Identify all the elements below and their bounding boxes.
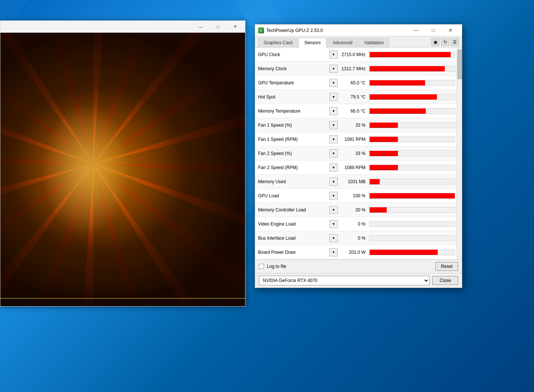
sensor-dropdown-button[interactable]: ▼ bbox=[329, 79, 338, 87]
sensors-content: GPU Clock▼2715.0 MHzMemory Clock▼1312.7 … bbox=[255, 48, 462, 259]
tab-action-buttons: ▣ ↻ ☰ bbox=[431, 38, 459, 47]
sensor-bar-container bbox=[369, 80, 455, 86]
sensor-dropdown-button[interactable]: ▼ bbox=[329, 107, 338, 115]
sensor-dropdown-button[interactable]: ▼ bbox=[329, 163, 338, 172]
sensor-value-text: 66.0 °C bbox=[338, 108, 369, 114]
gpuz-tab-bar: Graphics Card Sensors Advanced Validatio… bbox=[255, 36, 462, 48]
sensor-bar-peak-line bbox=[370, 254, 434, 255]
sensor-value-text: 1089 RPM bbox=[338, 165, 369, 170]
waveform-line bbox=[0, 298, 245, 299]
sensor-dropdown-button[interactable]: ▼ bbox=[329, 234, 338, 242]
main-close-button[interactable]: Close bbox=[432, 276, 458, 285]
sensor-row: Hot Spot▼79.5 °C bbox=[255, 90, 457, 104]
sensors-list: GPU Clock▼2715.0 MHzMemory Clock▼1312.7 … bbox=[255, 48, 457, 259]
sensor-row: Memory Controller Load▼20 % bbox=[255, 203, 457, 217]
sensor-bar-peak-line bbox=[370, 212, 383, 213]
sensor-dropdown-button[interactable]: ▼ bbox=[329, 178, 338, 186]
sensor-row: Fan 2 Speed (%)▼33 % bbox=[255, 146, 457, 161]
fractal-image-content bbox=[0, 33, 245, 306]
tab-advanced[interactable]: Advanced bbox=[327, 38, 358, 47]
sensor-dropdown-button[interactable]: ▼ bbox=[329, 206, 338, 214]
scrollbar-thumb[interactable] bbox=[457, 49, 462, 79]
sensor-dropdown-button[interactable]: ▼ bbox=[329, 135, 338, 143]
gpuz-window: G TechPowerUp GPU-Z 2.53.0 — □ ✕ Graphic… bbox=[255, 24, 462, 288]
sensor-value-text: 65.0 °C bbox=[338, 80, 369, 85]
gpuz-app-icon: G bbox=[258, 27, 264, 33]
sensor-bar-peak-line bbox=[370, 99, 432, 100]
sensor-name-label: Bus Interface Load bbox=[255, 236, 329, 241]
sensor-row: Video Engine Load▼0 % bbox=[255, 217, 457, 231]
sensor-name-label: Fan 2 Speed (RPM) bbox=[255, 165, 329, 170]
sensor-bar-peak-line bbox=[370, 127, 393, 128]
sensor-bar-container bbox=[369, 66, 455, 72]
left-window: — □ ✕ bbox=[0, 20, 245, 307]
gpuz-maximize-button[interactable]: □ bbox=[425, 25, 442, 36]
sensor-bar-peak-line bbox=[370, 184, 378, 184]
gpuz-close-button[interactable]: ✕ bbox=[442, 25, 459, 36]
close-button[interactable]: ✕ bbox=[226, 21, 244, 33]
sensor-value-text: 33 % bbox=[338, 123, 369, 128]
refresh-button[interactable]: ↻ bbox=[441, 38, 449, 46]
sensor-bar-container bbox=[369, 179, 455, 185]
tab-sensors[interactable]: Sensors bbox=[299, 38, 326, 48]
tab-validation[interactable]: Validation bbox=[359, 38, 389, 47]
scrollbar-track[interactable] bbox=[457, 48, 462, 259]
sensor-bar-container bbox=[369, 108, 455, 114]
sensor-name-label: Memory Clock bbox=[255, 66, 329, 71]
sensor-value-text: 100 % bbox=[338, 193, 369, 198]
gpu-selector-row: NVIDIA GeForce RTX 4070 Close bbox=[255, 273, 462, 288]
sensor-row: Fan 1 Speed (%)▼33 % bbox=[255, 118, 457, 132]
sensor-value-text: 20 % bbox=[338, 207, 369, 213]
sensor-bar-container bbox=[369, 207, 455, 213]
sensor-row: Bus Interface Load▼0 % bbox=[255, 231, 457, 245]
minimize-button[interactable]: — bbox=[192, 21, 209, 33]
screenshot-button[interactable]: ▣ bbox=[431, 38, 440, 46]
sensor-row: Memory Used▼1031 MB bbox=[255, 175, 457, 189]
gpuz-titlebar: G TechPowerUp GPU-Z 2.53.0 — □ ✕ bbox=[255, 25, 462, 36]
log-to-file-checkbox[interactable] bbox=[259, 264, 264, 269]
sensor-bar-peak-line bbox=[370, 141, 393, 142]
sensor-bar-container bbox=[369, 122, 455, 128]
window-controls: — □ ✕ bbox=[408, 25, 459, 36]
sensor-dropdown-button[interactable]: ▼ bbox=[329, 93, 338, 101]
sensor-name-label: Board Power Draw bbox=[255, 250, 329, 255]
sensor-name-label: GPU Clock bbox=[255, 52, 329, 57]
gpuz-bottom-bar: Log to file Reset bbox=[255, 259, 462, 273]
sensor-bar-peak-line bbox=[370, 169, 393, 170]
menu-button[interactable]: ☰ bbox=[451, 38, 459, 46]
sensor-value-text: 1031 MB bbox=[338, 179, 369, 184]
left-window-titlebar: — □ ✕ bbox=[0, 21, 245, 33]
sensor-row: GPU Temperature▼65.0 °C bbox=[255, 76, 457, 90]
sensor-bar-peak-line bbox=[370, 71, 440, 71]
tab-graphics-card[interactable]: Graphics Card bbox=[258, 38, 298, 47]
gpuz-minimize-button[interactable]: — bbox=[408, 25, 425, 36]
sensor-bar-peak-line bbox=[370, 85, 421, 85]
sensor-dropdown-button[interactable]: ▼ bbox=[329, 149, 338, 158]
sensor-bar-container bbox=[369, 165, 455, 171]
sensor-name-label: GPU Temperature bbox=[255, 80, 329, 85]
sensor-row: Memory Clock▼1312.7 MHz bbox=[255, 62, 457, 76]
sensor-dropdown-button[interactable]: ▼ bbox=[329, 248, 338, 256]
sensor-bar-container bbox=[369, 249, 455, 255]
sensor-dropdown-button[interactable]: ▼ bbox=[329, 65, 338, 73]
sensor-bar-container bbox=[369, 94, 455, 100]
gpu-select-dropdown[interactable]: NVIDIA GeForce RTX 4070 bbox=[259, 276, 430, 285]
sensor-row: Fan 1 Speed (RPM)▼1091 RPM bbox=[255, 132, 457, 146]
sensor-dropdown-button[interactable]: ▼ bbox=[329, 192, 338, 200]
maximize-button[interactable]: □ bbox=[209, 21, 226, 33]
sensor-name-label: Memory Controller Load bbox=[255, 207, 329, 213]
sensor-bar-peak-line bbox=[370, 198, 451, 198]
sensor-dropdown-button[interactable]: ▼ bbox=[329, 220, 338, 228]
sensor-name-label: Hot Spot bbox=[255, 94, 329, 100]
sensor-dropdown-button[interactable]: ▼ bbox=[329, 121, 338, 129]
sensor-name-label: Memory Temperature bbox=[255, 108, 329, 114]
sensor-row: GPU Clock▼2715.0 MHz bbox=[255, 48, 457, 62]
waveform-overlay bbox=[0, 284, 245, 306]
sensor-value-text: 0 % bbox=[338, 236, 369, 241]
sensor-dropdown-button[interactable]: ▼ bbox=[329, 51, 338, 59]
sensor-bar-container bbox=[369, 52, 455, 58]
sensor-bar-peak-line bbox=[370, 56, 446, 57]
sensor-value-text: 1312.7 MHz bbox=[338, 66, 369, 71]
reset-button[interactable]: Reset bbox=[435, 262, 458, 271]
sensor-value-text: 201.0 W bbox=[338, 250, 369, 255]
